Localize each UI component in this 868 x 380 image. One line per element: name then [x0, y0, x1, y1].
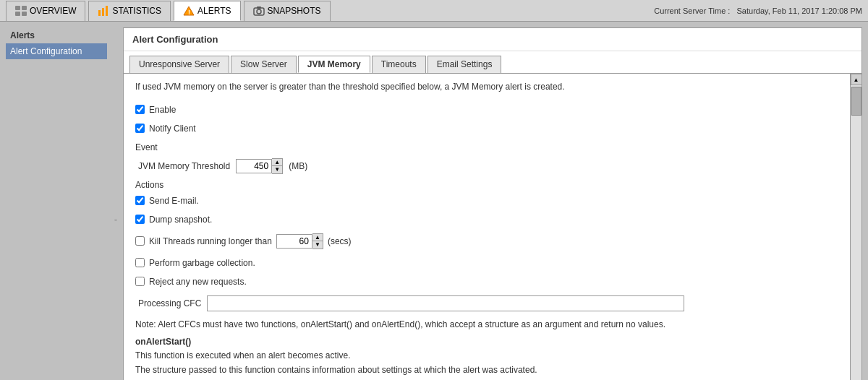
nav-tab-statistics-label: STATISTICS — [112, 6, 161, 16]
reject-requests-label[interactable]: Reject any new requests. — [149, 277, 247, 287]
scroll-content: If used JVM memory on the server is grea… — [124, 74, 850, 380]
sidebar-item-alert-config[interactable]: Alert Configuration — [6, 43, 107, 59]
svg-text:!: ! — [188, 9, 190, 16]
config-tabs: Unresponsive Server Slow Server JVM Memo… — [124, 51, 861, 74]
processing-cfc-input[interactable] — [207, 295, 684, 311]
threshold-label: JVM Memory Threshold — [138, 161, 230, 171]
scrollbar: ▲ ▼ — [850, 74, 861, 380]
actions-section-label: Actions — [135, 180, 838, 190]
top-nav: OVERVIEW STATISTICS ! ALERTS — [0, 0, 868, 22]
svg-rect-3 — [22, 12, 27, 16]
scrollbar-up-btn[interactable]: ▲ — [851, 74, 862, 85]
description-text: If used JVM memory on the server is grea… — [135, 81, 838, 93]
resize-handle[interactable]: ···· — [113, 27, 117, 380]
server-time-label: Current Server Time : — [654, 7, 730, 15]
on-alert-start-desc: This function is executed when an alert … — [135, 350, 838, 362]
threshold-down-btn[interactable]: ▼ — [272, 166, 282, 173]
svg-rect-11 — [257, 7, 261, 9]
panel-header: Alert Configuration — [124, 28, 861, 51]
kill-threads-spinner: 60 ▲ ▼ — [276, 233, 323, 249]
svg-rect-0 — [15, 6, 20, 10]
dump-snapshot-label[interactable]: Dump snapshot. — [149, 215, 212, 225]
svg-point-10 — [257, 9, 261, 14]
camera-icon — [253, 6, 265, 16]
enable-label[interactable]: Enable — [149, 105, 176, 115]
send-email-label[interactable]: Send E-mail. — [149, 196, 199, 206]
event-section-label: Event — [135, 142, 838, 152]
svg-rect-5 — [102, 8, 104, 16]
on-alert-start-func: onAlertStart() — [135, 337, 838, 347]
content-panel: Alert Configuration Unresponsive Server … — [123, 27, 862, 380]
tab-unresponsive-server[interactable]: Unresponsive Server — [129, 56, 229, 73]
scroll-area: If used JVM memory on the server is grea… — [124, 74, 861, 380]
action-kill-threads-row: Kill Threads running longer than 60 ▲ ▼ … — [135, 233, 838, 249]
nav-tab-alerts-label: ALERTS — [197, 6, 231, 16]
perform-gc-checkbox[interactable] — [135, 258, 145, 267]
kill-threads-label[interactable]: Kill Threads running longer than — [149, 236, 272, 246]
sidebar-section-label: Alerts — [6, 27, 107, 43]
enable-row: Enable — [135, 105, 838, 115]
processing-cfc-label: Processing CFC — [138, 298, 201, 308]
server-time-value: Saturday, Feb 11, 2017 1:20:08 PM — [737, 7, 862, 15]
server-time: Current Server Time : Saturday, Feb 11, … — [654, 7, 862, 15]
threshold-row: JVM Memory Threshold 450 ▲ ▼ (MB) — [138, 158, 838, 174]
kill-threads-unit: (secs) — [328, 236, 352, 246]
action-perform-gc-row: Perform garbage collection. — [135, 258, 838, 268]
kill-threads-input[interactable]: 60 — [276, 234, 312, 249]
note-text: Note: Alert CFCs must have two functions… — [135, 319, 838, 331]
main-wrapper: Alerts Alert Configuration ···· Alert Co… — [0, 22, 868, 380]
warning-icon: ! — [183, 6, 195, 16]
send-email-checkbox[interactable] — [135, 196, 145, 205]
nav-tabs: OVERVIEW STATISTICS ! ALERTS — [6, 1, 331, 21]
svg-rect-1 — [22, 6, 27, 10]
threshold-spinner: 450 ▲ ▼ — [236, 158, 283, 174]
nav-tab-statistics[interactable]: STATISTICS — [88, 1, 171, 21]
nav-tab-overview-label: OVERVIEW — [30, 6, 76, 16]
kill-threads-down-btn[interactable]: ▼ — [312, 241, 323, 249]
tab-slow-server[interactable]: Slow Server — [231, 56, 297, 73]
action-reject-requests-row: Reject any new requests. — [135, 277, 838, 287]
threshold-spinner-buttons: ▲ ▼ — [272, 158, 283, 174]
sidebar: Alerts Alert Configuration — [6, 27, 107, 380]
perform-gc-label[interactable]: Perform garbage collection. — [149, 258, 255, 268]
bar-chart-icon — [98, 6, 109, 16]
svg-rect-2 — [15, 12, 20, 16]
reject-requests-checkbox[interactable] — [135, 277, 145, 286]
nav-tab-alerts[interactable]: ! ALERTS — [174, 1, 240, 21]
on-alert-end-desc: The structure passed to this function co… — [135, 364, 838, 376]
svg-rect-6 — [106, 6, 108, 16]
kill-threads-up-btn[interactable]: ▲ — [312, 234, 323, 241]
action-dump-snapshot-row: Dump snapshot. — [135, 215, 838, 225]
nav-tab-snapshots-label: SNAPSHOTS — [268, 6, 321, 16]
threshold-up-btn[interactable]: ▲ — [272, 159, 282, 166]
resize-dots: ···· — [114, 217, 116, 223]
threshold-unit: (MB) — [289, 161, 307, 171]
tab-email-settings[interactable]: Email Settings — [427, 56, 502, 73]
nav-tab-overview[interactable]: OVERVIEW — [6, 1, 85, 21]
svg-rect-4 — [98, 10, 101, 16]
scrollbar-thumb[interactable] — [851, 87, 861, 116]
grid-icon — [15, 6, 27, 16]
notify-client-checkbox[interactable] — [135, 124, 145, 133]
notify-client-row: Notify Client — [135, 124, 838, 134]
action-send-email-row: Send E-mail. — [135, 196, 838, 206]
kill-threads-checkbox[interactable] — [135, 236, 145, 246]
nav-tab-snapshots[interactable]: SNAPSHOTS — [244, 1, 331, 21]
enable-checkbox[interactable] — [135, 105, 145, 114]
tab-jvm-memory[interactable]: JVM Memory — [298, 56, 370, 73]
kill-threads-spinner-buttons: ▲ ▼ — [312, 233, 323, 249]
dump-snapshot-checkbox[interactable] — [135, 215, 145, 224]
notify-client-label[interactable]: Notify Client — [149, 124, 196, 134]
tab-timeouts[interactable]: Timeouts — [372, 56, 426, 73]
processing-cfc-row: Processing CFC — [138, 295, 838, 311]
threshold-input[interactable]: 450 — [236, 159, 272, 173]
